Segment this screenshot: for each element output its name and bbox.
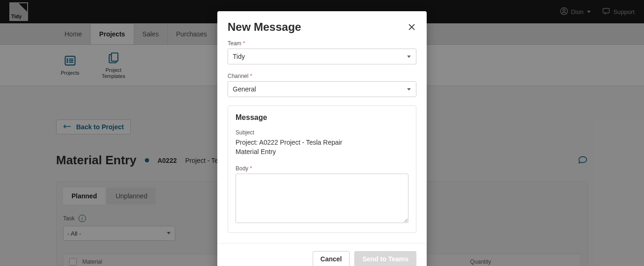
channel-label: Channel * (228, 73, 416, 79)
body-label: Body * (236, 165, 408, 172)
modal-overlay[interactable]: New Message Team * Tidy Channel * (0, 0, 644, 266)
new-message-modal: New Message Team * Tidy Channel * (217, 11, 427, 266)
subject-text: Project: A0222 Project - Tesla Repair Ma… (236, 138, 408, 157)
message-heading: Message (236, 113, 408, 122)
team-label: Team * (228, 40, 416, 47)
subject-label: Subject (236, 129, 408, 136)
send-to-teams-button[interactable]: Send to Teams (354, 251, 416, 266)
body-textarea[interactable] (236, 174, 408, 223)
modal-title: New Message (228, 21, 301, 34)
close-button[interactable] (407, 22, 416, 32)
team-select[interactable]: Tidy (228, 49, 416, 64)
channel-select[interactable]: General (228, 81, 416, 97)
close-icon (407, 25, 416, 33)
cancel-button[interactable]: Cancel (313, 251, 350, 266)
